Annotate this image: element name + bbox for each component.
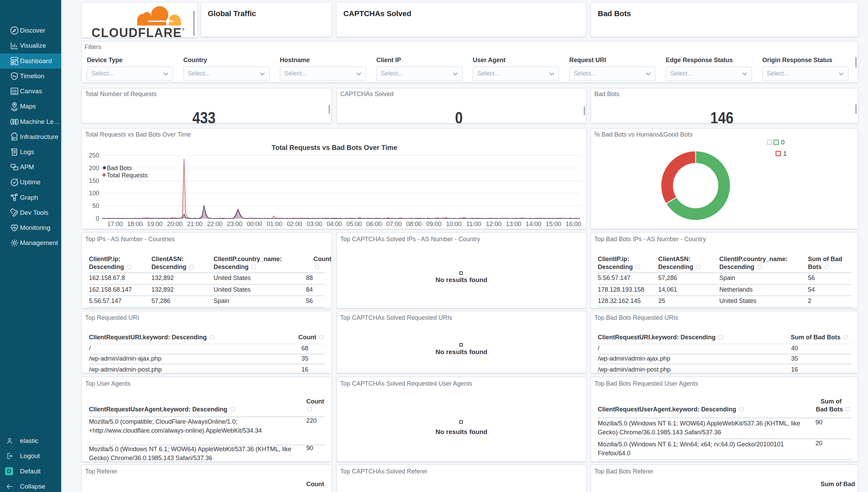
svg-text:06:00: 06:00 [366, 221, 382, 227]
svg-text:09:00: 09:00 [426, 221, 442, 227]
svg-text:13:00: 13:00 [506, 221, 521, 227]
svg-text:08:00: 08:00 [406, 221, 422, 227]
svg-text:23:00: 23:00 [227, 221, 242, 227]
svg-text:18:00: 18:00 [127, 221, 142, 227]
svg-text:Bad Bots: Bad Bots [107, 165, 132, 172]
svg-text:17:00: 17:00 [107, 221, 123, 227]
svg-text:21:00: 21:00 [187, 221, 203, 227]
svg-text:14:00: 14:00 [526, 221, 541, 227]
svg-text:12:00: 12:00 [486, 221, 501, 227]
svg-text:05:00: 05:00 [346, 221, 362, 227]
svg-text:22:00: 22:00 [207, 221, 222, 227]
svg-text:07:00: 07:00 [386, 221, 402, 227]
svg-text:20:00: 20:00 [167, 221, 183, 227]
svg-text:200: 200 [89, 165, 99, 172]
svg-text:Total Requests vs Bad Bots Ove: Total Requests vs Bad Bots Over Time [272, 144, 397, 151]
svg-text:15:00: 15:00 [546, 221, 561, 227]
svg-text:0: 0 [96, 215, 99, 222]
svg-text:Total Requests: Total Requests [107, 172, 148, 179]
svg-text:02:00: 02:00 [287, 221, 302, 227]
svg-text:03:00: 03:00 [307, 221, 322, 227]
svg-text:100: 100 [89, 190, 99, 197]
svg-text:50: 50 [92, 202, 99, 209]
svg-text:150: 150 [89, 177, 99, 184]
svg-text:11:00: 11:00 [466, 221, 481, 227]
svg-text:00:00: 00:00 [247, 221, 262, 227]
svg-text:19:00: 19:00 [147, 221, 163, 227]
svg-text:CLOUDFLARE: CLOUDFLARE [92, 26, 182, 37]
svg-text:01:00: 01:00 [267, 221, 282, 227]
svg-text:®: ® [182, 27, 184, 31]
svg-text:04:00: 04:00 [327, 221, 342, 227]
svg-text:1: 1 [783, 150, 787, 157]
svg-text:250: 250 [89, 152, 99, 159]
svg-text:0: 0 [781, 139, 785, 146]
svg-text:16:00: 16:00 [566, 221, 581, 227]
svg-text:10:00: 10:00 [446, 221, 461, 227]
